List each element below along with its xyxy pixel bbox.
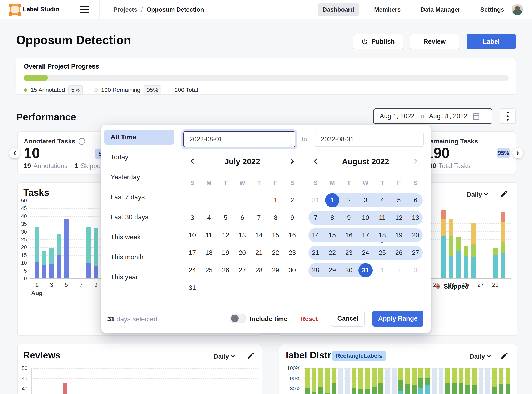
hamburger-menu-icon[interactable] [80,6,89,13]
calendar-day-21[interactable]: 21 [307,244,324,262]
preset-last-30-days[interactable]: Last 30 days [104,209,174,224]
calendar-day-27[interactable]: 27 [407,244,424,262]
distribution-period-select[interactable]: Daily [469,353,485,360]
calendar-day-12[interactable]: 12 [391,209,407,227]
calendar-day-1[interactable]: 1 [374,262,391,279]
calendar-day-20[interactable]: 20 [407,227,424,244]
preset-this-week[interactable]: This week [104,229,174,244]
chevron-down-icon[interactable] [486,353,492,359]
include-time-toggle[interactable] [230,314,246,323]
calendar-day-1[interactable]: 1 [324,192,341,209]
nav-item-settings[interactable]: Settings [475,3,509,16]
calendar-day-19[interactable]: 19 [217,244,234,262]
calendar-day-26[interactable]: 26 [217,262,234,279]
preset-last-7-days[interactable]: Last 7 days [104,190,174,204]
calendar-day-19[interactable]: 19 [391,227,407,244]
cancel-button[interactable]: Cancel [331,311,365,327]
apply-range-button[interactable]: Apply Range [372,311,423,327]
date-range-display[interactable]: Aug 1, 2022 to Aug 31, 2022 [373,109,492,124]
edit-pencil-icon[interactable] [247,352,255,360]
calendar-day-29[interactable]: 29 [267,262,284,279]
calendar-day-7[interactable]: 7 [307,209,324,227]
calendar-day-4[interactable]: 4 [201,209,217,227]
calendar-day-17[interactable]: 17 [357,227,374,244]
calendar-day-16[interactable]: 16 [284,227,301,244]
calendar-day-18[interactable]: 18 [201,244,217,262]
breadcrumb-projects[interactable]: Projects [114,6,137,13]
calendar-day-24[interactable]: 24 [357,244,374,262]
reset-button[interactable]: Reset [300,315,318,323]
calendar-day-11[interactable]: 11 [201,227,217,244]
nav-item-dashboard[interactable]: Dashboard [318,3,359,16]
calendar-day-15[interactable]: 15 [267,227,284,244]
chevron-down-icon[interactable] [483,191,489,197]
calendar-day-31[interactable]: 31 [357,262,374,279]
edit-pencil-icon[interactable] [500,190,508,198]
preset-this-month[interactable]: This month [104,249,174,264]
calendar-next-month-button[interactable] [288,157,297,166]
end-date-input[interactable]: 2022-08-31 [315,132,424,147]
calendar-day-3[interactable]: 3 [407,262,424,279]
calendar-day-20[interactable]: 20 [234,244,250,262]
calendar-day-15[interactable]: 15 [324,227,341,244]
nav-item-data-manager[interactable]: Data Manager [416,3,465,16]
calendar-day-28[interactable]: 28 [307,262,324,279]
calendar-day-17[interactable]: 17 [184,244,201,262]
calendar-day-8[interactable]: 8 [267,209,284,227]
calendar-day-26[interactable]: 26 [391,244,407,262]
calendar-day-13[interactable]: 13 [407,209,424,227]
calendar-day-31[interactable]: 31 [184,279,201,296]
calendar-day-7[interactable]: 7 [250,209,267,227]
calendar-day-30[interactable]: 30 [284,262,301,279]
nav-item-members[interactable]: Members [369,3,406,16]
calendar-day-12[interactable]: 12 [217,227,234,244]
calendar-day-1[interactable]: 1 [267,192,284,209]
review-button[interactable]: Review [410,34,459,49]
calendar-day-5[interactable]: 5 [391,192,407,209]
calendar-day-25[interactable]: 25 [374,244,391,262]
calendar-day-8[interactable]: 8 [324,209,341,227]
calendar-day-16[interactable]: 16 [341,227,357,244]
calendar-day-27[interactable]: 27 [234,262,250,279]
calendar-day-14[interactable]: 14 [307,227,324,244]
chevron-down-icon[interactable] [230,353,236,359]
calendar-day-2[interactable]: 2 [341,192,357,209]
calendar-day-23[interactable]: 23 [341,244,357,262]
label-studio-logo-icon[interactable] [10,4,20,15]
preset-this-year[interactable]: This year [104,270,174,285]
calendar-day-31[interactable]: 31 [307,192,324,209]
carousel-prev-button[interactable] [9,148,20,158]
start-date-input[interactable]: 2022-08-01 [183,131,295,147]
calendar-day-13[interactable]: 13 [234,227,250,244]
info-icon[interactable]: i [78,138,85,145]
preset-all-time[interactable]: All Time [104,130,174,145]
activity-period-select[interactable]: Daily [467,191,482,198]
calendar-day-24[interactable]: 24 [184,262,201,279]
calendar-day-2[interactable]: 2 [391,262,407,279]
reviews-period-select[interactable]: Daily [214,353,229,360]
calendar-day-25[interactable]: 25 [201,262,217,279]
carousel-next-button[interactable] [512,148,523,158]
calendar-day-4[interactable]: 4 [374,192,391,209]
publish-button[interactable]: Publish [353,34,403,49]
calendar-day-28[interactable]: 28 [250,262,267,279]
calendar-day-22[interactable]: 22 [324,244,341,262]
calendar-next-month-button[interactable] [411,157,420,166]
calendar-day-9[interactable]: 9 [284,209,301,227]
calendar-day-10[interactable]: 10 [184,227,201,244]
preset-yesterday[interactable]: Yesterday [104,170,174,185]
calendar-day-6[interactable]: 6 [407,192,424,209]
calendar-day-11[interactable]: 11 [374,209,391,227]
calendar-day-30[interactable]: 30 [341,262,357,279]
calendar-day-22[interactable]: 22 [267,244,284,262]
calendar-day-2[interactable]: 2 [284,192,301,209]
edit-pencil-icon[interactable] [500,352,509,360]
preset-today[interactable]: Today [104,150,174,165]
calendar-day-5[interactable]: 5 [217,209,234,227]
performance-menu-button[interactable] [500,109,516,124]
calendar-day-10[interactable]: 10 [357,209,374,227]
calendar-day-9[interactable]: 9 [341,209,357,227]
calendar-day-3[interactable]: 3 [357,192,374,209]
label-button[interactable]: Label [467,34,516,49]
calendar-day-23[interactable]: 23 [284,244,301,262]
